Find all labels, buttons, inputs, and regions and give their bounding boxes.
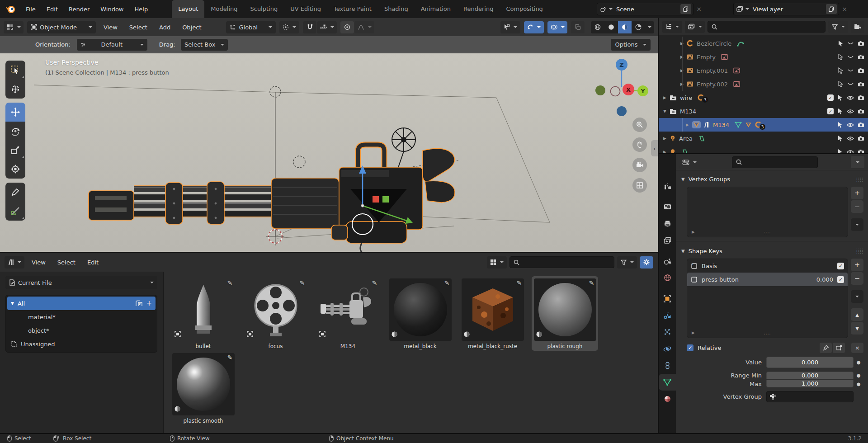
shapekey-row-basis[interactable]: Basis ✓ — [687, 259, 848, 273]
disable-render-icon[interactable] — [858, 122, 864, 127]
move-shapekey-up-button[interactable]: ▲ — [851, 308, 863, 321]
properties-search-input[interactable] — [732, 156, 818, 168]
drag-orientation-dropdown[interactable]: Default — [77, 39, 147, 51]
vertex-group-specials-button[interactable] — [851, 218, 863, 231]
outliner-row-beziercircle[interactable]: ▶ BezierCircle — [659, 37, 868, 50]
shapekey-row-press-button[interactable]: press button 0.000 ✓ — [687, 273, 848, 286]
tool-scale[interactable] — [5, 141, 25, 160]
tab-world[interactable] — [659, 269, 676, 286]
outliner-row-clipped[interactable]: ▶ — [659, 145, 868, 153]
tool-measure[interactable] — [5, 202, 25, 221]
display-mode-button[interactable] — [685, 21, 705, 33]
shapekey-value[interactable]: 0.000 — [816, 276, 833, 283]
menu-view[interactable]: View — [27, 258, 50, 267]
relative-checkbox[interactable]: ✓ — [687, 344, 693, 351]
drag-grip-icon[interactable]: :::::::: — [856, 176, 863, 182]
menu-add[interactable]: Add — [155, 23, 175, 32]
xray-toggle-button[interactable] — [571, 21, 585, 33]
tab-uv-editing[interactable]: UV Editing — [284, 0, 327, 18]
tool-annotate[interactable] — [5, 183, 25, 202]
menu-object[interactable]: Object — [178, 23, 205, 32]
scene-unlink-button[interactable]: × — [696, 5, 702, 13]
menu-render[interactable]: Render — [64, 4, 94, 14]
collection-checkbox[interactable]: ✓ — [827, 94, 834, 101]
asset-source-dropdown[interactable]: Current File — [5, 276, 157, 289]
animate-dot-icon[interactable]: ● — [854, 373, 863, 378]
tab-rendering[interactable]: Rendering — [457, 0, 500, 18]
asset-item-plastic-smooth[interactable]: ✎ plastic smooth — [170, 351, 236, 425]
proportional-edit-button[interactable] — [340, 21, 354, 33]
mode-dropdown[interactable]: Object Mode — [27, 21, 96, 33]
shading-wireframe-button[interactable] — [591, 21, 604, 33]
show-gizmo-button[interactable] — [524, 21, 544, 33]
new-collection-button[interactable] — [851, 21, 864, 33]
hide-viewport-icon[interactable] — [847, 68, 854, 73]
selectable-icon[interactable] — [837, 122, 843, 128]
menu-select[interactable]: Select — [53, 258, 80, 267]
pan-view-button[interactable] — [632, 137, 647, 152]
tool-cursor[interactable] — [5, 80, 25, 99]
tool-transform[interactable] — [5, 160, 25, 179]
tab-object[interactable] — [659, 290, 676, 307]
asset-item-plastic-rough[interactable]: ✎ plastic rough — [532, 276, 598, 351]
tab-modifiers[interactable] — [659, 307, 676, 324]
selectable-icon[interactable] — [838, 67, 844, 74]
object-visibility-button[interactable] — [500, 21, 520, 33]
outliner-row-empty-002[interactable]: ▶ Empty.002 — [659, 77, 868, 91]
tab-object-data[interactable] — [659, 374, 676, 391]
disable-render-icon[interactable] — [858, 136, 864, 141]
collapse-icon[interactable]: ▼ — [663, 109, 670, 113]
pivot-point-button[interactable] — [279, 21, 299, 33]
outliner-row-empty-001[interactable]: ▶ Empty.001 — [659, 64, 868, 77]
value-slider[interactable]: 0.000 — [766, 357, 854, 368]
proportional-falloff-button[interactable] — [354, 21, 374, 33]
expand-icon[interactable]: ▶ — [680, 41, 687, 46]
resize-triangle-icon[interactable]: ▶ — [692, 230, 695, 234]
tab-animation[interactable]: Animation — [415, 0, 457, 18]
scene-field[interactable]: Scene — [597, 3, 693, 15]
disable-render-icon[interactable] — [858, 54, 864, 60]
tool-select-box[interactable] — [5, 61, 25, 80]
zoom-view-button[interactable] — [632, 118, 647, 132]
menu-select[interactable]: Select — [125, 23, 151, 32]
expand-icon[interactable]: ▶ — [680, 55, 687, 59]
navigation-gizmo[interactable]: Z X Y — [591, 57, 652, 119]
tool-rotate[interactable] — [5, 122, 25, 141]
selectable-icon[interactable] — [837, 149, 843, 153]
remove-shapekey-button[interactable]: − — [851, 272, 863, 285]
outliner-search-input[interactable] — [708, 21, 826, 33]
asset-item-m134[interactable]: ✎ M134 — [315, 276, 381, 351]
shading-solid-button[interactable] — [604, 21, 618, 33]
selectable-icon[interactable] — [838, 81, 844, 87]
drag-action-dropdown[interactable]: Select Box — [181, 39, 228, 51]
selectable-icon[interactable] — [838, 40, 844, 47]
catalog-material[interactable]: material* — [7, 310, 156, 324]
tab-compositing[interactable]: Compositing — [500, 0, 549, 18]
asset-search-input[interactable] — [509, 256, 614, 268]
move-shapekey-down-button[interactable]: ▼ — [851, 322, 863, 335]
shading-rendered-button[interactable] — [632, 21, 645, 33]
tab-physics[interactable] — [659, 340, 676, 357]
asset-item-bullet[interactable]: ✎ bullet — [170, 276, 236, 351]
range-max-slider[interactable]: 1.000 — [766, 380, 854, 387]
asset-item-metal-black[interactable]: ✎ metal_black — [387, 276, 453, 351]
vertex-groups-list[interactable]: ▶ :::: — [687, 187, 848, 237]
shapekey-mute-checkbox[interactable]: ✓ — [837, 276, 844, 283]
add-vertex-group-button[interactable]: + — [851, 187, 863, 199]
outliner-row-empty[interactable]: ▶ Empty — [659, 50, 868, 64]
shading-options-button[interactable] — [645, 21, 654, 33]
animate-dot-icon[interactable]: ● — [854, 382, 863, 386]
clear-shapekeys-button[interactable]: × — [851, 343, 863, 353]
display-size-button[interactable] — [487, 256, 507, 269]
disable-render-icon[interactable] — [858, 81, 864, 87]
menu-help[interactable]: Help — [130, 4, 153, 14]
sidebar-collapse-handle[interactable]: ‹ — [651, 140, 658, 156]
vertex-groups-panel-header[interactable]: ▼ Vertex Groups :::::::: — [681, 173, 863, 185]
menu-view[interactable]: View — [99, 23, 122, 32]
tab-sculpting[interactable]: Sculpting — [244, 0, 284, 18]
camera-view-button[interactable] — [632, 158, 647, 172]
range-min-slider[interactable]: 0.000 — [766, 372, 854, 379]
outliner-row-m134-object[interactable]: ▶ M134 — [659, 118, 868, 132]
resize-triangle-icon[interactable]: ▶ — [692, 330, 695, 335]
disable-render-icon[interactable] — [858, 108, 864, 114]
